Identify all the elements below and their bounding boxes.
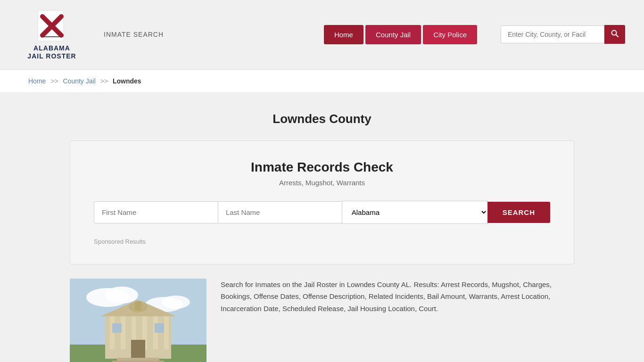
svg-line-5	[616, 35, 619, 37]
svg-rect-22	[131, 340, 145, 359]
records-search-button[interactable]: SEARCH	[487, 202, 550, 223]
breadcrumb-sep2: >>	[100, 77, 108, 85]
header-search-button[interactable]	[604, 25, 625, 44]
main-content: Lowndes County Inmate Records Check Arre…	[51, 93, 593, 362]
svg-point-10	[162, 296, 190, 309]
records-title: Inmate Records Check	[94, 160, 550, 175]
sponsored-label: Sponsored Results	[94, 238, 550, 245]
records-subtitle: Arrests, Mugshot, Warrants	[94, 179, 550, 187]
nav-county-jail-button[interactable]: County Jail	[365, 25, 421, 44]
inmate-search-label: INMATE SEARCH	[104, 31, 164, 38]
logo-area: ALABAMA JAIL ROSTER	[19, 9, 85, 60]
state-select[interactable]: Alabama Alaska Arizona Arkansas Californ…	[342, 201, 488, 224]
nav-home-button[interactable]: Home	[324, 25, 363, 44]
breadcrumb: Home >> County Jail >> Lowndes	[28, 77, 616, 85]
svg-rect-24	[155, 323, 164, 333]
header: ALABAMA JAIL ROSTER INMATE SEARCH Home C…	[0, 0, 644, 70]
main-nav: Home County Jail City Police	[324, 25, 477, 44]
description-text: Search for Inmates on the Jail Roster in…	[221, 279, 574, 315]
records-check-box: Inmate Records Check Arrests, Mugshot, W…	[70, 140, 574, 264]
first-name-input[interactable]	[94, 201, 218, 223]
logo-icon	[35, 9, 68, 42]
description-section: Search for Inmates on the Jail Roster in…	[70, 279, 574, 362]
building-image	[70, 279, 206, 362]
search-icon	[611, 30, 619, 37]
svg-point-8	[105, 287, 138, 304]
last-name-input[interactable]	[218, 201, 342, 223]
courthouse-svg	[70, 279, 206, 362]
inmate-search-form: Alabama Alaska Arizona Arkansas Californ…	[94, 201, 550, 224]
logo-text-alabama: ALABAMA	[33, 44, 70, 52]
breadcrumb-area: Home >> County Jail >> Lowndes	[0, 70, 644, 93]
logo-text-sub: JAIL ROSTER	[27, 52, 76, 60]
breadcrumb-county-jail[interactable]: County Jail	[63, 77, 96, 85]
breadcrumb-home[interactable]: Home	[28, 77, 46, 85]
page-title: Lowndes County	[70, 112, 574, 126]
svg-rect-15	[135, 301, 141, 311]
nav-city-police-button[interactable]: City Police	[423, 25, 477, 44]
header-search-input[interactable]	[501, 25, 604, 43]
breadcrumb-current: Lowndes	[113, 77, 141, 85]
breadcrumb-sep1: >>	[50, 77, 58, 85]
svg-rect-23	[112, 323, 122, 333]
svg-rect-21	[164, 316, 169, 349]
header-search-bar	[501, 25, 625, 44]
